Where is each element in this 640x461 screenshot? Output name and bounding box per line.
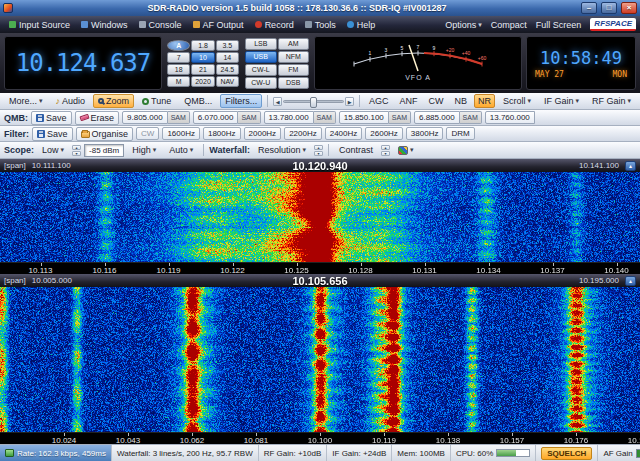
qmb-memory-button[interactable]: 15.850.100SAM: [339, 111, 411, 124]
memory-button[interactable]: M: [167, 76, 190, 87]
memory-frequency[interactable]: 13.780.000: [264, 111, 314, 124]
filter-drm-button[interactable]: DRM: [446, 127, 474, 140]
vfo-a-button[interactable]: A: [167, 40, 190, 51]
waterfall2-frequency-scale[interactable]: 10.02410.04310.06210.08110.10010.11910.1…: [0, 432, 640, 444]
menu-record[interactable]: Record: [250, 19, 299, 31]
menu-options[interactable]: Options▾: [441, 19, 486, 31]
mode-dsb[interactable]: DSB: [278, 77, 310, 89]
waterfall1-canvas[interactable]: [0, 172, 640, 262]
filter-bandwidth-button[interactable]: 1800Hz: [203, 127, 241, 140]
contrast-dropdown[interactable]: Contrast: [334, 143, 378, 157]
filter-organise-button[interactable]: Organise: [76, 127, 134, 141]
squelch-badge[interactable]: SQUELCH: [541, 447, 592, 460]
filter-bandwidth-button[interactable]: 3800Hz: [406, 127, 444, 140]
memory-frequency[interactable]: 15.850.100: [339, 111, 389, 124]
resolution-dropdown[interactable]: Resolution▾: [253, 143, 311, 157]
tune-button[interactable]: Tune: [137, 94, 176, 108]
qmb-memory-button[interactable]: 9.805.000SAM: [122, 111, 190, 124]
memory-frequency[interactable]: 6.885.000: [414, 111, 460, 124]
spin-down-icon[interactable]: ▾: [72, 151, 81, 156]
mode-cwl[interactable]: CW-L: [245, 64, 277, 76]
slider-right-arrow[interactable]: ▶: [345, 97, 354, 106]
filter-bandwidth-button[interactable]: 2600Hz: [365, 127, 403, 140]
maximize-button[interactable]: □: [601, 2, 617, 14]
qmb-memory-button[interactable]: 6.885.000SAM: [414, 111, 482, 124]
span-button[interactable]: [span]: [4, 161, 26, 170]
qmb-memory-button[interactable]: 6.070.000SAM: [193, 111, 261, 124]
scope-low-spinner[interactable]: ▴▾: [72, 145, 81, 156]
menu-windows[interactable]: Windows: [76, 19, 133, 31]
contrast-spinner[interactable]: ▴▾: [381, 145, 390, 156]
band-button[interactable]: 7: [167, 52, 190, 63]
menu-tools[interactable]: Tools: [300, 19, 341, 31]
qmb-memory-button[interactable]: 13.780.000SAM: [264, 111, 336, 124]
memory-frequency[interactable]: 13.760.000: [485, 111, 535, 124]
waterfall2-canvas[interactable]: [0, 287, 640, 432]
slider-left-arrow[interactable]: ◀: [273, 97, 282, 106]
spin-down-icon[interactable]: ▾: [314, 151, 323, 156]
cw-toggle[interactable]: CW: [424, 94, 447, 108]
mode-cwu[interactable]: CW-U: [245, 77, 277, 89]
nb-toggle[interactable]: NB: [450, 94, 471, 108]
palette-button[interactable]: ▾: [393, 144, 419, 157]
mode-lsb[interactable]: LSB: [245, 38, 277, 50]
span-button[interactable]: [span]: [4, 276, 26, 285]
filter-bandwidth-button[interactable]: 2000Hz: [244, 127, 282, 140]
menu-compact[interactable]: Compact: [487, 19, 531, 31]
audio-button[interactable]: ♪Audio: [51, 94, 91, 108]
filter-cw-button[interactable]: CW: [136, 127, 159, 140]
if-gain-dropdown[interactable]: IF Gain▾: [539, 94, 584, 108]
qmb-save-button[interactable]: Save: [31, 111, 72, 125]
spin-up-icon[interactable]: ▴: [381, 145, 390, 150]
mode-usb-active[interactable]: USB: [245, 51, 277, 63]
rf-gain-dropdown[interactable]: RF Gain▾: [587, 94, 636, 108]
mode-am[interactable]: AM: [278, 38, 310, 50]
frequency-display[interactable]: 10.124.637: [4, 36, 162, 90]
mode-fm[interactable]: FM: [278, 64, 310, 76]
band-button-active[interactable]: 10: [191, 52, 214, 63]
minimize-button[interactable]: –: [581, 2, 597, 14]
filters-button[interactable]: Filters...: [220, 94, 262, 108]
filter-save-button[interactable]: Save: [32, 127, 73, 141]
band-button[interactable]: 2020: [191, 76, 214, 87]
frequency-digits[interactable]: 10.124.637: [16, 49, 151, 77]
band-button[interactable]: 14: [216, 52, 239, 63]
resolution-spinner[interactable]: ▴▾: [314, 145, 323, 156]
anf-toggle[interactable]: ANF: [395, 94, 421, 108]
spin-down-icon[interactable]: ▾: [381, 151, 390, 156]
af-gain-slider[interactable]: [636, 449, 640, 458]
nr-toggle[interactable]: NR: [474, 94, 495, 108]
scope-auto-button[interactable]: Auto▾: [164, 143, 198, 157]
memory-frequency[interactable]: 6.070.000: [193, 111, 239, 124]
mode-nfm[interactable]: NFM: [278, 51, 310, 63]
menu-console[interactable]: Console: [134, 19, 187, 31]
slider-thumb[interactable]: [310, 97, 317, 108]
waterfall2-display[interactable]: [0, 287, 640, 432]
menu-input-source[interactable]: Input Source: [4, 19, 75, 31]
close-button[interactable]: ×: [621, 2, 637, 14]
zoom-button[interactable]: Zoom: [93, 94, 134, 108]
band-button[interactable]: 3.5: [216, 40, 239, 51]
tuning-slider[interactable]: ◀ ▶: [273, 97, 354, 106]
band-button[interactable]: NAV: [216, 76, 239, 87]
waterfall1-frequency-scale[interactable]: 10.11310.11610.11910.12210.12510.12810.1…: [0, 262, 640, 274]
band-button[interactable]: 1.8: [191, 40, 214, 51]
menu-full-screen[interactable]: Full Screen: [532, 19, 586, 31]
collapse-button[interactable]: ▴: [625, 161, 636, 171]
qmb-button[interactable]: QMB...: [179, 94, 217, 108]
band-button[interactable]: 21: [191, 64, 214, 75]
filter-bandwidth-button[interactable]: 2200Hz: [284, 127, 322, 140]
scroll-dropdown[interactable]: Scroll▾: [498, 94, 536, 108]
filter-bandwidth-button[interactable]: 2400Hz: [325, 127, 363, 140]
scope-high-dropdown[interactable]: High▾: [127, 143, 161, 157]
qmb-memory-button[interactable]: 13.760.000: [485, 111, 535, 124]
filter-bandwidth-button[interactable]: 1600Hz: [162, 127, 200, 140]
more-button[interactable]: More...▾: [4, 94, 48, 108]
waterfall1-display[interactable]: [0, 172, 640, 262]
qmb-erase-button[interactable]: Erase: [75, 111, 120, 125]
agc-toggle[interactable]: AGC: [365, 94, 393, 108]
scope-low-dropdown[interactable]: Low▾: [37, 143, 69, 157]
menu-help[interactable]: Help: [342, 19, 381, 31]
memory-frequency[interactable]: 9.805.000: [122, 111, 168, 124]
band-button[interactable]: 18: [167, 64, 190, 75]
